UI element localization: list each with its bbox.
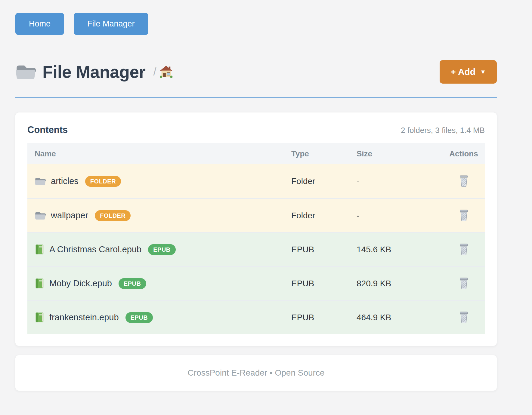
file-badge: FOLDER (95, 210, 131, 221)
trash-icon (459, 209, 469, 222)
add-button[interactable]: + Add ▼ (440, 60, 497, 84)
home-icon[interactable] (159, 65, 173, 79)
trash-icon (459, 311, 469, 324)
cell-actions (443, 242, 485, 257)
card-head: Contents 2 folders, 3 files, 1.4 MB (27, 124, 485, 135)
trash-icon (459, 175, 469, 187)
book-icon (35, 312, 44, 323)
trash-button[interactable] (457, 276, 470, 291)
file-badge: FOLDER (85, 176, 121, 187)
table-row: articles FOLDER Folder - (27, 164, 485, 198)
cell-name: A Christmas Carol.epub EPUB (27, 244, 291, 255)
file-badge: EPUB (148, 244, 176, 255)
breadcrumb-separator: / (153, 66, 156, 78)
card-title: Contents (27, 124, 68, 135)
table-header-row: Name Type Size Actions (27, 143, 485, 164)
row-name-link[interactable]: articles (51, 176, 79, 186)
row-name-link[interactable]: wallpaper (51, 211, 88, 220)
top-nav: Home File Manager (15, 13, 497, 35)
book-icon (35, 244, 44, 255)
table-header-actions: Actions (443, 149, 485, 158)
row-name-link[interactable]: frankenstein.epub (49, 312, 119, 322)
accent-rule (15, 97, 497, 98)
trash-button[interactable] (457, 174, 470, 189)
table-row: wallpaper FOLDER Folder - (27, 198, 485, 232)
row-name-link[interactable]: A Christmas Carol.epub (49, 244, 141, 254)
table-row: frankenstein.epub EPUB EPUB 464.9 KB (27, 300, 485, 334)
trash-button[interactable] (457, 242, 470, 257)
cell-name: frankenstein.epub EPUB (27, 312, 291, 323)
file-badge: EPUB (125, 312, 153, 323)
cell-actions (443, 276, 485, 291)
row-name-link[interactable]: Moby Dick.epub (49, 278, 112, 288)
cell-name: articles FOLDER (27, 176, 291, 187)
table-body: articles FOLDER Folder - (27, 164, 485, 334)
cell-name: Moby Dick.epub EPUB (27, 278, 291, 289)
table-header-size: Size (357, 149, 443, 158)
trash-icon (459, 277, 469, 290)
file-badge: EPUB (119, 278, 146, 289)
table-header-name: Name (27, 149, 291, 158)
cell-name: wallpaper FOLDER (27, 210, 291, 221)
trash-button[interactable] (457, 208, 470, 223)
page: Home File Manager File Manager / (15, 0, 497, 391)
cell-type: EPUB (291, 245, 357, 254)
nav-file-manager-button[interactable]: File Manager (74, 13, 148, 35)
files-table: Name Type Size Actions articles FOLDER F… (27, 143, 485, 334)
cell-actions (443, 208, 485, 223)
nav-home-button[interactable]: Home (15, 13, 64, 35)
trash-icon (459, 243, 469, 256)
cell-type: Folder (291, 177, 357, 186)
footer-text: CrossPoint E-Reader • Open Source (188, 368, 325, 378)
table-row: A Christmas Carol.epub EPUB EPUB 145.6 K… (27, 232, 485, 266)
table-row: Moby Dick.epub EPUB EPUB 820.9 KB (27, 266, 485, 300)
cell-size: - (357, 211, 443, 220)
cell-type: EPUB (291, 279, 357, 288)
table-header-type: Type (291, 149, 357, 158)
add-button-label: + Add (450, 67, 475, 77)
book-icon (35, 278, 44, 289)
contents-card: Contents 2 folders, 3 files, 1.4 MB Name… (15, 112, 497, 346)
cell-type: Folder (291, 211, 357, 220)
cell-size: 464.9 KB (357, 313, 443, 322)
cell-type: EPUB (291, 313, 357, 322)
cell-size: 145.6 KB (357, 245, 443, 254)
cell-actions (443, 310, 485, 325)
page-title: File Manager (42, 62, 145, 82)
caret-down-icon: ▼ (480, 69, 486, 75)
trash-button[interactable] (457, 310, 470, 325)
cell-size: 820.9 KB (357, 279, 443, 288)
page-header: File Manager / + Add ▼ (15, 60, 497, 84)
folder-icon (35, 211, 46, 221)
folder-icon (15, 63, 36, 81)
title-wrap: File Manager / (15, 62, 173, 82)
contents-summary: 2 folders, 3 files, 1.4 MB (401, 126, 485, 135)
folder-icon (35, 176, 46, 186)
cell-actions (443, 174, 485, 189)
cell-size: - (357, 177, 443, 186)
footer: CrossPoint E-Reader • Open Source (15, 355, 497, 391)
